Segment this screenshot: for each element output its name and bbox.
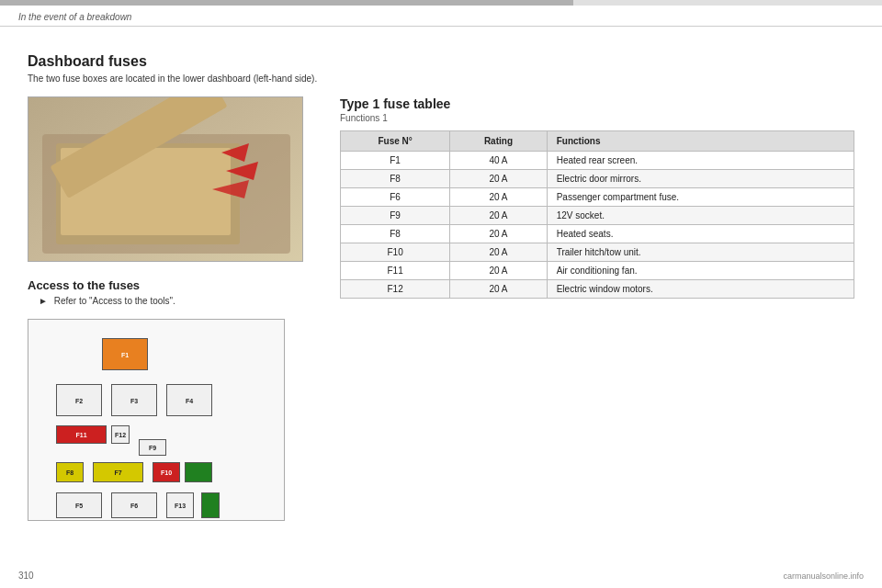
two-col-layout: Access to the fuses ► Refer to "Access t… [28, 96, 854, 564]
cell-fuse: F12 [341, 280, 450, 299]
fuse-label: F8 [57, 469, 83, 476]
cell-fuse: F8 [341, 225, 450, 243]
bullet-icon: ► [39, 296, 48, 306]
right-column: Type 1 fuse tablee Functions 1 Fuse N° R… [340, 96, 854, 564]
fuse-diagram: F1F2F3F4F11F12F9F8F7F10F5F6F13 [28, 319, 285, 521]
car-photo [28, 96, 303, 262]
cell-rating: 20 A [450, 243, 548, 262]
cell-function: Heated rear screen. [547, 152, 854, 170]
functions-label: Functions 1 [340, 113, 854, 123]
fuse-label: F13 [167, 503, 193, 509]
cell-fuse: F8 [341, 170, 450, 188]
section-subtitle: The two fuse boxes are located in the lo… [28, 74, 854, 84]
fuse-diagram-box: F11 [56, 425, 107, 444]
fuse-label: F12 [112, 432, 129, 438]
fuse-diagram-box: F13 [166, 492, 194, 518]
main-content: Dashboard fuses The two fuse boxes are l… [0, 35, 882, 582]
table-row: F920 A12V socket. [341, 207, 854, 225]
fuse-label: F1 [103, 351, 147, 357]
cell-function: Electric door mirrors. [547, 170, 854, 188]
cell-fuse: F10 [341, 243, 450, 262]
fuse-diagram-box: F5 [56, 492, 102, 518]
fuse-label: F9 [140, 445, 165, 451]
header: In the event of a breakdown [0, 6, 882, 27]
fuse-diagram-box: F9 [139, 439, 166, 456]
cell-function: Air conditioning fan. [547, 262, 854, 280]
table-row: F820 AElectric door mirrors. [341, 170, 854, 188]
table-body: F140 AHeated rear screen.F820 AElectric … [341, 152, 854, 299]
table-row: F820 AHeated seats. [341, 225, 854, 243]
header-title: In the event of a breakdown [18, 12, 131, 22]
cell-fuse: F6 [341, 188, 450, 207]
table-row: F1120 AAir conditioning fan. [341, 262, 854, 280]
left-column: Access to the fuses ► Refer to "Access t… [28, 96, 312, 564]
fuse-diagram-box: F2 [56, 384, 102, 416]
fuse-diagram-box: F1 [102, 338, 148, 370]
cell-rating: 40 A [450, 152, 548, 170]
cell-rating: 20 A [450, 262, 548, 280]
fuse-diagram-box: F7 [93, 462, 143, 482]
fuse-diagram-box: F12 [111, 425, 130, 444]
fuse-diagram-box: F10 [153, 462, 180, 482]
cell-fuse: F1 [341, 152, 450, 170]
type-title: Type 1 fuse tablee [340, 96, 854, 111]
cell-fuse: F11 [341, 262, 450, 280]
table-header-row: Fuse N° Rating Functions [341, 131, 854, 152]
fuse-diagram-box [185, 462, 212, 482]
table-row: F620 APassenger compartment fuse. [341, 188, 854, 207]
table-row: F140 AHeated rear screen. [341, 152, 854, 170]
car-image-svg [28, 97, 303, 262]
fuse-diagram-box: F6 [111, 492, 157, 518]
fuse-label: F11 [57, 432, 106, 438]
cell-rating: 20 A [450, 207, 548, 225]
table-row: F1020 ATrailer hitch/tow unit. [341, 243, 854, 262]
section-title: Dashboard fuses [28, 53, 854, 70]
cell-rating: 20 A [450, 188, 548, 207]
table-row: F1220 AElectric window motors. [341, 280, 854, 299]
access-text: ► Refer to "Access to the tools". [39, 296, 312, 306]
cell-function: Trailer hitch/tow unit. [547, 243, 854, 262]
car-image-inner [28, 97, 302, 261]
cell-rating: 20 A [450, 225, 548, 243]
fuse-label: F7 [94, 469, 142, 476]
access-section: Access to the fuses ► Refer to "Access t… [28, 271, 312, 306]
fuse-label: F4 [167, 397, 211, 403]
access-title: Access to the fuses [28, 278, 312, 292]
cell-function: Passenger compartment fuse. [547, 188, 854, 207]
fuse-label: F6 [112, 503, 156, 509]
fuse-diagram-box: F4 [166, 384, 212, 416]
table-header: Fuse N° Rating Functions [341, 131, 854, 152]
col-functions: Functions [547, 131, 854, 152]
fuse-label: F5 [57, 503, 101, 509]
cell-rating: 20 A [450, 170, 548, 188]
cell-rating: 20 A [450, 280, 548, 299]
fuse-label: F10 [153, 469, 179, 476]
fuse-table: Fuse N° Rating Functions F140 AHeated re… [340, 130, 854, 299]
cell-function: Electric window motors. [547, 280, 854, 299]
car-image-content [28, 97, 302, 261]
fuse-diagram-box [201, 492, 220, 518]
cell-function: Heated seats. [547, 225, 854, 243]
fuse-diagram-box: F8 [56, 462, 84, 482]
cell-function: 12V socket. [547, 207, 854, 225]
cell-fuse: F9 [341, 207, 450, 225]
page-number: 310 [18, 571, 34, 581]
fuse-label: F2 [57, 397, 101, 403]
watermark: carmanualsonline.info [783, 571, 864, 581]
fuse-diagram-box: F3 [111, 384, 157, 416]
fuse-label: F3 [112, 397, 156, 403]
col-rating: Rating [450, 131, 548, 152]
col-fuse: Fuse N° [341, 131, 450, 152]
